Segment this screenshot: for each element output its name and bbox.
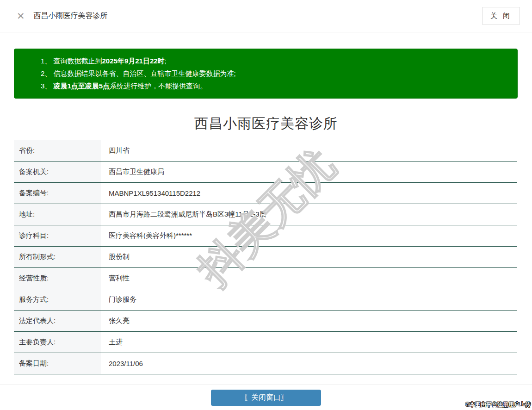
notice-line-3-suffix: 系统进行维护，不能提供查询。 <box>110 82 207 90</box>
notice-line-1-suffix: ; <box>165 57 167 65</box>
row-value: 2023/11/06 <box>101 353 143 374</box>
notice-line-3-bold: 凌晨1点至凌晨5点 <box>54 82 110 90</box>
row-value: 张久亮 <box>101 311 130 331</box>
row-label: 备案日期: <box>14 353 101 374</box>
table-row-service-mode: 服务方式: 门诊服务 <box>14 289 517 311</box>
row-label: 主要负责人: <box>14 332 101 353</box>
table-row-address: 地址: 西昌市月海路二段鹭洲威尼斯半岛B区3幢11号2-3层 <box>14 204 517 225</box>
row-label: 服务方式: <box>14 289 101 310</box>
notice-line-3-num: 3、 <box>41 82 51 90</box>
table-row-filing-authority: 备案机关: 西昌市卫生健康局 <box>14 162 517 183</box>
notice-line-2-prefix: 信息数据结果以各省、自治区、直辖市卫生健康委数据为准; <box>54 69 236 77</box>
notice-line-1-bold: 2025年9月21日22时 <box>102 57 165 65</box>
clinic-title: 西昌小雨医疗美容诊所 <box>0 114 532 133</box>
close-icon[interactable]: ✕ <box>17 11 25 21</box>
page-title: 西昌小雨医疗美容诊所 <box>34 11 108 21</box>
row-label: 所有制形式: <box>14 247 101 267</box>
row-value: 医疗美容科(美容外科)****** <box>101 225 192 246</box>
row-value: 四川省 <box>101 140 130 161</box>
row-label: 地址: <box>14 204 101 225</box>
row-label: 备案机关: <box>14 162 101 182</box>
table-row-departments: 诊疗科目: 医疗美容科(美容外科)****** <box>14 225 517 247</box>
row-value: 西昌市月海路二段鹭洲威尼斯半岛B区3幢11号2-3层 <box>101 204 266 225</box>
row-value: 门诊服务 <box>101 289 136 310</box>
close-window-button[interactable]: 〖关闭窗口〗 <box>211 390 321 406</box>
table-row-filing-date: 备案日期: 2023/11/06 <box>14 353 517 374</box>
notice-line-2: 2、 信息数据结果以各省、自治区、直辖市卫生健康委数据为准; <box>41 67 508 80</box>
table-row-filing-number: 备案编号: MABNP1XL951340115D2212 <box>14 183 517 204</box>
table-row-legal-representative: 法定代表人: 张久亮 <box>14 311 517 332</box>
notice-line-1-prefix: 查询数据截止到 <box>54 57 102 65</box>
table-row-person-in-charge: 主要负责人: 王进 <box>14 332 517 353</box>
row-label: 备案编号: <box>14 183 101 204</box>
row-label: 经营性质: <box>14 268 101 289</box>
row-value: 股份制 <box>101 247 130 267</box>
notice-line-1: 1、 查询数据截止到2025年9月21日22时; <box>41 55 508 67</box>
row-label: 诊疗科目: <box>14 225 101 246</box>
footer-bar: 〖关闭窗口〗 <box>0 385 532 410</box>
notice-line-3: 3、 凌晨1点至凌晨5点系统进行维护，不能提供查询。 <box>41 80 508 92</box>
notice-line-2-num: 2、 <box>41 69 51 77</box>
table-row-province: 省份: 四川省 <box>14 140 517 162</box>
copyright-text: ©本图由平台注册用户上传 <box>465 401 531 409</box>
row-label: 省份: <box>14 140 101 161</box>
top-bar: ✕ 西昌小雨医疗美容诊所 关 闭 <box>0 0 532 32</box>
notice-box: 1、 查询数据截止到2025年9月21日22时; 2、 信息数据结果以各省、自治… <box>14 49 518 99</box>
row-label: 法定代表人: <box>14 311 101 331</box>
table-row-business-nature: 经营性质: 营利性 <box>14 268 517 289</box>
row-value: 营利性 <box>101 268 130 289</box>
row-value: 西昌市卫生健康局 <box>101 162 164 182</box>
info-table: 省份: 四川省 备案机关: 西昌市卫生健康局 备案编号: MABNP1XL951… <box>14 140 517 374</box>
row-value: MABNP1XL951340115D2212 <box>101 183 200 204</box>
row-value: 王进 <box>101 332 123 353</box>
close-button[interactable]: 关 闭 <box>482 7 520 25</box>
table-row-ownership: 所有制形式: 股份制 <box>14 247 517 268</box>
notice-line-1-num: 1、 <box>41 57 51 65</box>
